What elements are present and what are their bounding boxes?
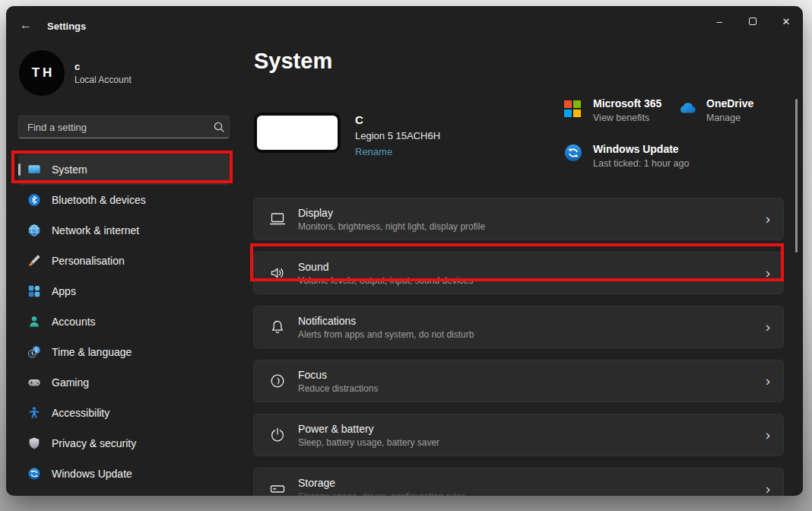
settings-window: ← Settings – ✕ TH c Local Account: [6, 6, 803, 496]
promo-subtitle: Last ticked: 1 hour ago: [593, 158, 689, 169]
system-icon: [27, 163, 41, 176]
window-controls: – ✕: [703, 6, 803, 36]
settings-rows: Display Monitors, brightness, night ligh…: [253, 198, 784, 496]
promo-subtitle: View benefits: [593, 113, 661, 123]
microsoft-365-logo: [564, 98, 582, 116]
settings-row-notifications[interactable]: Notifications Alerts from apps and syste…: [253, 306, 784, 348]
row-subtitle: Volume levels, output, input, sound devi…: [298, 275, 753, 286]
back-arrow-icon: ←: [20, 18, 32, 31]
sidebar: TH c Local Account System: [6, 40, 248, 496]
sidebar-item-windows-update[interactable]: Windows Update: [18, 459, 230, 489]
titlebar: ← Settings – ✕: [6, 6, 803, 40]
chevron-right-icon: ›: [753, 319, 783, 335]
selection-indicator: [18, 163, 21, 176]
chevron-right-icon: ›: [753, 211, 783, 227]
rename-link[interactable]: Rename: [355, 146, 440, 157]
personalisation-icon: [27, 254, 41, 268]
close-button[interactable]: ✕: [769, 6, 803, 36]
accessibility-icon: [27, 406, 41, 420]
search-icon: [209, 121, 229, 133]
account-type-label: Local Account: [75, 75, 132, 85]
sidebar-item-label: Privacy & security: [52, 437, 136, 449]
row-subtitle: Storage space, drives, configuration rul…: [298, 491, 753, 497]
close-icon: ✕: [782, 16, 791, 27]
settings-row-power-battery[interactable]: Power & battery Sleep, battery usage, ba…: [253, 414, 784, 456]
row-title: Sound: [298, 261, 753, 273]
row-title: Display: [298, 207, 753, 219]
windows-update-card[interactable]: Windows Update Last ticked: 1 hour ago: [564, 143, 689, 169]
row-title: Focus: [298, 369, 753, 381]
maximize-icon: [749, 17, 756, 25]
sidebar-item-apps[interactable]: Apps: [18, 276, 230, 306]
row-title: Power & battery: [298, 423, 753, 435]
windows-update-icon: [564, 144, 582, 162]
sidebar-item-label: Accessibility: [52, 407, 109, 419]
display-icon: [268, 210, 287, 228]
user-account-block: TH c Local Account: [19, 50, 132, 96]
onedrive-card[interactable]: OneDrive Manage: [677, 97, 753, 123]
search-input[interactable]: [19, 122, 209, 133]
back-button[interactable]: ←: [17, 18, 35, 33]
minimize-button[interactable]: –: [703, 6, 736, 36]
time-language-icon: [27, 345, 41, 359]
row-subtitle: Reduce distractions: [298, 383, 753, 394]
focus-icon: [268, 372, 287, 390]
sidebar-nav: System Bluetooth & devices Network & int…: [18, 154, 230, 489]
sidebar-item-label: Personalisation: [52, 255, 125, 267]
device-info-block: C Legion 5 15ACH6H Rename: [254, 113, 440, 157]
row-subtitle: Monitors, brightness, night light, displ…: [298, 221, 753, 232]
row-title: Notifications: [298, 315, 753, 327]
sidebar-item-network-internet[interactable]: Network & internet: [18, 215, 230, 246]
user-name: c: [75, 61, 132, 72]
privacy-security-icon: [27, 436, 41, 450]
sidebar-item-gaming[interactable]: Gaming: [18, 367, 230, 398]
gaming-icon: [27, 376, 41, 389]
chevron-right-icon: ›: [753, 481, 783, 496]
sidebar-item-label: Bluetooth & devices: [52, 194, 146, 206]
page-title: System: [254, 49, 332, 74]
sidebar-item-time-language[interactable]: Time & language: [18, 337, 230, 367]
settings-row-display[interactable]: Display Monitors, brightness, night ligh…: [253, 198, 784, 240]
minimize-icon: –: [716, 16, 722, 27]
onedrive-cloud-icon: [677, 98, 696, 116]
sidebar-item-label: Apps: [52, 285, 76, 297]
search-box: [18, 116, 230, 138]
bluetooth-icon: [27, 193, 41, 207]
maximize-button[interactable]: [736, 6, 769, 36]
device-name: C: [355, 113, 440, 126]
settings-row-focus[interactable]: Focus Reduce distractions ›: [253, 360, 784, 402]
promo-title: OneDrive: [706, 97, 753, 110]
sidebar-item-personalisation[interactable]: Personalisation: [18, 246, 230, 276]
sidebar-item-privacy-security[interactable]: Privacy & security: [18, 428, 230, 459]
row-subtitle: Alerts from apps and system, do not dist…: [298, 329, 753, 340]
scrollbar-thumb[interactable]: [795, 99, 798, 252]
main-content: System C Legion 5 15ACH6H Rename Microso…: [253, 40, 784, 496]
sidebar-item-label: Time & language: [52, 346, 132, 358]
sidebar-item-bluetooth-devices[interactable]: Bluetooth & devices: [18, 185, 230, 215]
sidebar-item-label: Gaming: [52, 376, 89, 389]
sidebar-item-label: Network & internet: [52, 224, 139, 236]
sound-icon: [268, 264, 287, 282]
app-title: Settings: [47, 21, 86, 32]
row-subtitle: Sleep, battery usage, battery saver: [298, 437, 753, 448]
device-image: [254, 113, 341, 153]
chevron-right-icon: ›: [753, 373, 783, 389]
promo-title: Windows Update: [593, 143, 689, 155]
sidebar-item-accounts[interactable]: Accounts: [18, 306, 230, 337]
sidebar-item-system[interactable]: System: [18, 154, 230, 185]
microsoft-365-card[interactable]: Microsoft 365 View benefits: [564, 97, 661, 123]
promo-title: Microsoft 365: [593, 97, 661, 110]
settings-row-sound[interactable]: Sound Volume levels, output, input, soun…: [253, 252, 784, 294]
power-icon: [268, 426, 287, 444]
settings-row-storage[interactable]: Storage Storage space, drives, configura…: [253, 468, 784, 496]
row-title: Storage: [298, 477, 753, 489]
sidebar-item-label: System: [52, 163, 87, 176]
apps-icon: [27, 284, 41, 298]
avatar: TH: [19, 50, 65, 96]
promo-subtitle: Manage: [706, 113, 753, 123]
sidebar-item-accessibility[interactable]: Accessibility: [18, 398, 230, 428]
notifications-icon: [268, 318, 287, 336]
sidebar-item-label: Windows Update: [52, 468, 132, 480]
network-icon: [27, 224, 41, 237]
chevron-right-icon: ›: [753, 427, 783, 443]
